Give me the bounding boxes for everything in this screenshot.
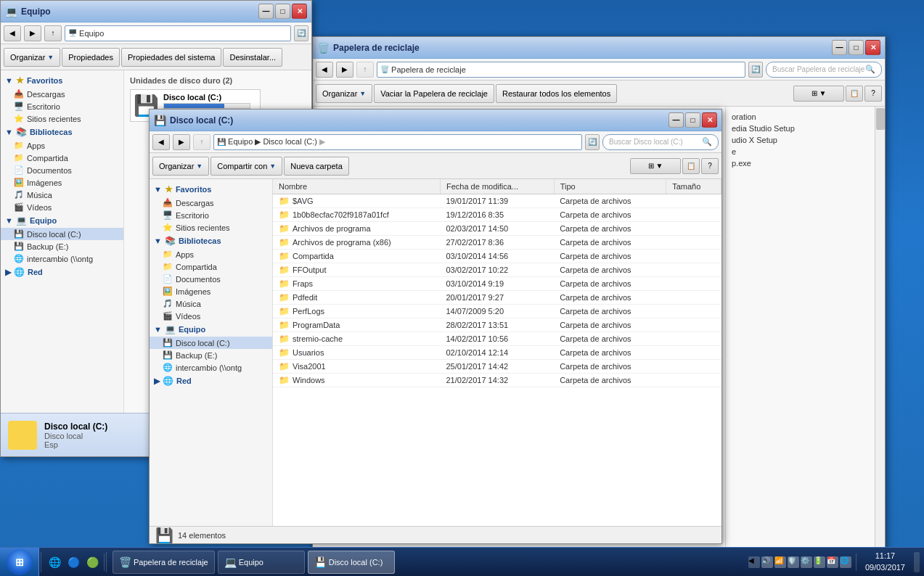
table-row[interactable]: ProgramData 28/02/2017 13:51 Carpeta de … — [273, 318, 721, 332]
equipo-forward-button[interactable]: ▶ — [24, 25, 41, 41]
ql-ie-button[interactable]: 🌐 — [46, 554, 63, 571]
table-row[interactable]: FFOutput 03/02/2017 10:22 Carpeta de arc… — [273, 263, 721, 277]
c-nav-musica[interactable]: 🎵 Música — [150, 297, 272, 310]
favoritos-header[interactable]: ▼ ★ Favoritos — [1, 73, 123, 88]
c-new-folder-button[interactable]: Nueva carpeta — [284, 157, 349, 176]
table-row[interactable]: Compartida 03/10/2014 14:56 Carpeta de a… — [273, 250, 721, 263]
tray-icon-3[interactable]: 📶 — [774, 556, 786, 568]
recycle-help-button[interactable]: ? — [864, 86, 882, 102]
table-row[interactable]: 1b0b8ecfac702f9187a01fcf 19/12/2016 8:35… — [273, 208, 721, 222]
recycle-back-button[interactable]: ◀ — [316, 62, 333, 78]
equipo-desinstalar-button[interactable]: Desinstalar... — [223, 48, 282, 67]
recycle-refresh-button[interactable]: 🔄 — [748, 62, 763, 78]
c-bibliotecas-header[interactable]: ▼ 📚 Bibliotecas — [150, 234, 272, 248]
recycle-address-path[interactable]: 🗑️ Papelera de reciclaje — [377, 62, 745, 78]
c-nav-escritorio[interactable]: 🖥️ Escritorio — [150, 209, 272, 221]
titlebar-equipo[interactable]: 💻 Equipo — □ ✕ — [1, 1, 311, 22]
nav-escritorio[interactable]: 🖥️ Escritorio — [1, 100, 123, 112]
bibliotecas-header[interactable]: ▼ 📚 Bibliotecas — [1, 125, 123, 139]
recycle-organize-button[interactable]: Organizar ▼ — [316, 84, 372, 103]
recycle-preview-button[interactable]: 📋 — [846, 86, 863, 102]
table-row[interactable]: Fraps 03/10/2014 9:19 Carpeta de archivo… — [273, 277, 721, 291]
nav-videos[interactable]: 🎬 Vídeos — [1, 201, 123, 213]
equipo-close-button[interactable]: ✕ — [292, 4, 307, 19]
ql-browser-button[interactable]: 🔵 — [65, 554, 82, 571]
tray-icon-7[interactable]: 📅 — [827, 556, 838, 568]
c-nav-intercambio[interactable]: 🌐 intercambio (\\ontg — [150, 361, 272, 374]
recycle-restore-button[interactable]: Restaurar todos los elementos — [496, 84, 617, 103]
c-nav-compartida[interactable]: 📁 Compartida — [150, 260, 272, 273]
c-back-button[interactable]: ◀ — [152, 134, 170, 150]
tray-clock[interactable]: 11:17 09/03/2017 — [861, 551, 909, 573]
c-nav-backup-e[interactable]: 💾 Backup (E:) — [150, 349, 272, 361]
c-minimize-button[interactable]: — — [669, 112, 684, 128]
col-tamano[interactable]: Tamaño — [666, 179, 721, 194]
tray-icon-4[interactable]: 🛡️ — [788, 556, 799, 568]
titlebar-c[interactable]: 💾 Disco local (C:) — □ ✕ — [150, 110, 721, 131]
recycle-item-1[interactable]: oration — [732, 112, 879, 121]
equipo-refresh-button[interactable]: 🔄 — [294, 25, 308, 41]
col-tipo[interactable]: Tipo — [554, 179, 666, 194]
c-nav-documentos[interactable]: 📄 Documentos — [150, 273, 272, 285]
nav-imagenes[interactable]: 🖼️ Imágenes — [1, 176, 123, 189]
recycle-close-button[interactable]: ✕ — [865, 40, 880, 55]
nav-descargas[interactable]: 📥 Descargas — [1, 88, 123, 100]
red-header[interactable]: ▶ 🌐 Red — [1, 265, 123, 279]
nav-musica[interactable]: 🎵 Música — [1, 189, 123, 201]
equipo-minimize-button[interactable]: — — [258, 4, 274, 19]
nav-apps[interactable]: 📁 Apps — [1, 139, 123, 152]
tray-icon-8[interactable]: 🌐 — [840, 556, 851, 568]
recycle-empty-button[interactable]: Vaciar la Papelera de reciclaje — [374, 84, 494, 103]
recycle-item-3[interactable]: udio X Setup — [732, 136, 879, 144]
c-up-button[interactable]: ↑ — [193, 134, 210, 150]
recycle-scroll-thumb[interactable] — [876, 108, 885, 130]
titlebar-recycle[interactable]: 🗑️ Papelera de reciclaje — □ ✕ — [313, 37, 885, 59]
equipo-up-button[interactable]: ↑ — [44, 25, 62, 41]
c-search-box[interactable]: Buscar Disco local (C:) 🔍 — [602, 134, 719, 150]
nav-intercambio[interactable]: 🌐 intercambio (\\ontg — [1, 252, 123, 265]
nav-backup-e[interactable]: 💾 Backup (E:) — [1, 240, 123, 252]
recycle-forward-button[interactable]: ▶ — [336, 62, 353, 78]
c-nav-descargas[interactable]: 📥 Descargas — [150, 197, 272, 209]
tray-icon-1[interactable]: ◀ — [748, 556, 760, 568]
c-preview-button[interactable]: 📋 — [682, 158, 700, 174]
c-nav-apps[interactable]: 📁 Apps — [150, 248, 272, 260]
taskbar-recycle-item[interactable]: 🗑️ Papelera de reciclaje — [113, 551, 215, 574]
c-address-path[interactable]: 💾 Equipo ▶ Disco local (C:) ▶ — [213, 134, 582, 150]
table-row[interactable]: Archivos de programa (x86) 27/02/2017 8:… — [273, 236, 721, 250]
nav-documentos[interactable]: 📄 Documentos — [1, 164, 123, 176]
nav-disco-c[interactable]: 💾 Disco local (C:) — [1, 228, 123, 240]
ql-chrome-button[interactable]: 🟢 — [83, 554, 101, 571]
recycle-item-4[interactable]: e — [732, 147, 879, 156]
c-equipo-header[interactable]: ▼ 💻 Equipo — [150, 322, 272, 337]
equipo-organize-button[interactable]: Organizar ▼ — [4, 48, 60, 67]
table-row[interactable]: $AVG 19/01/2017 11:39 Carpeta de archivo… — [273, 194, 721, 208]
col-nombre[interactable]: Nombre — [273, 179, 440, 194]
equipo-propiedades-sistema-button[interactable]: Propiedades del sistema — [121, 48, 221, 67]
col-fecha[interactable]: Fecha de modifica... — [440, 179, 554, 194]
tray-icon-6[interactable]: 🔋 — [814, 556, 825, 568]
c-red-header[interactable]: ▶ 🌐 Red — [150, 374, 272, 388]
table-row[interactable]: Pdfedit 20/01/2017 9:27 Carpeta de archi… — [273, 291, 721, 305]
equipo-back-button[interactable]: ◀ — [4, 25, 21, 41]
c-nav-sitios-recientes[interactable]: ⭐ Sitios recientes — [150, 221, 272, 234]
c-refresh-button[interactable]: 🔄 — [585, 134, 600, 150]
c-favoritos-header[interactable]: ▼ ★ Favoritos — [150, 182, 272, 197]
recycle-item-2[interactable]: edia Studio Setup — [732, 124, 879, 133]
recycle-up-button[interactable]: ↑ — [356, 62, 374, 78]
tray-icon-2[interactable]: 🔊 — [761, 556, 773, 568]
equipo-address-path[interactable]: 🖥️ Equipo — [65, 25, 291, 41]
tray-icon-5[interactable]: ⚙️ — [801, 556, 812, 568]
table-row[interactable]: PerfLogs 14/07/2009 5:20 Carpeta de arch… — [273, 305, 721, 318]
nav-compartida[interactable]: 📁 Compartida — [1, 152, 123, 164]
c-view-button[interactable]: ⊞ ▼ — [630, 158, 681, 174]
table-row[interactable]: Visa2001 25/01/2017 14:42 Carpeta de arc… — [273, 360, 721, 374]
equipo-maximize-button[interactable]: □ — [275, 4, 290, 19]
recycle-view-button[interactable]: ⊞ ▼ — [793, 86, 844, 102]
table-row[interactable]: Usuarios 02/10/2014 12:14 Carpeta de arc… — [273, 346, 721, 360]
start-button[interactable]: ⊞ — [0, 548, 39, 577]
table-row[interactable]: stremio-cache 14/02/2017 10:56 Carpeta d… — [273, 332, 721, 346]
taskbar-equipo-item[interactable]: 💻 Equipo — [218, 551, 305, 574]
c-nav-disco-c[interactable]: 💾 Disco local (C:) — [150, 337, 272, 349]
c-share-button[interactable]: Compartir con ▼ — [210, 157, 282, 176]
